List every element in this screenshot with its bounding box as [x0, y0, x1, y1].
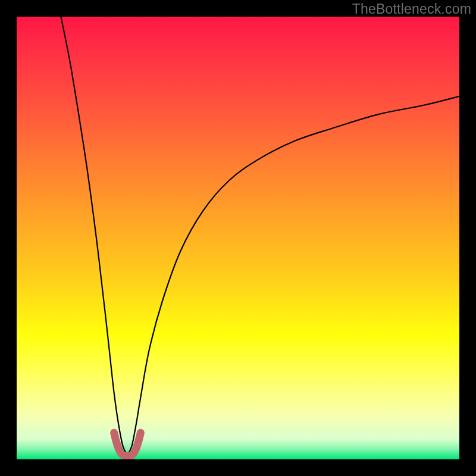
- valley-highlight: [114, 433, 141, 456]
- plot-frame: [17, 17, 459, 459]
- curve-right-branch: [127, 96, 459, 455]
- watermark-text: TheBottleneck.com: [352, 1, 471, 17]
- curve-layer: [17, 17, 459, 459]
- curve-left-branch: [61, 17, 127, 455]
